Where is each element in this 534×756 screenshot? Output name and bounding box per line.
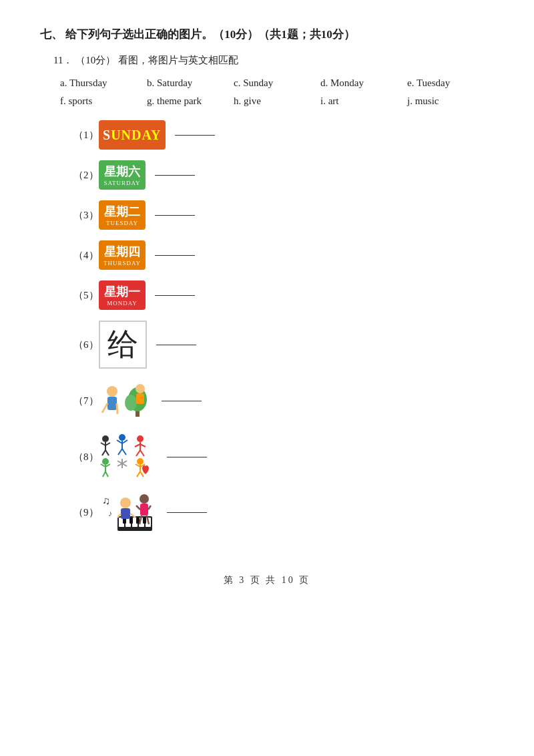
sunday-badge: SUNDAY <box>99 120 166 150</box>
svg-point-15 <box>119 434 125 441</box>
svg-line-2 <box>102 403 107 413</box>
svg-line-31 <box>103 471 105 477</box>
item-img-3: 星期二 TUESDAY <box>99 200 146 230</box>
tuesday-zh: 星期二 <box>104 204 140 220</box>
svg-point-27 <box>102 458 109 465</box>
svg-line-11 <box>101 443 105 445</box>
answer-row-1: （1） SUNDAY <box>73 120 494 150</box>
give-character: 给 <box>99 321 147 369</box>
svg-rect-52 <box>143 518 146 524</box>
tuesday-badge: 星期二 TUESDAY <box>99 200 146 230</box>
monday-zh: 星期一 <box>104 284 140 300</box>
svg-point-7 <box>136 384 145 393</box>
item-num-7: （7） <box>73 395 99 407</box>
svg-line-12 <box>105 443 110 445</box>
item-img-5: 星期一 MONDAY <box>99 280 146 310</box>
svg-point-0 <box>107 386 117 397</box>
art-scene-svg <box>99 379 152 423</box>
svg-line-32 <box>105 471 108 477</box>
svg-line-41 <box>140 471 144 477</box>
item-img-9: ♫ ♪ <box>99 491 158 534</box>
svg-line-26 <box>140 450 144 456</box>
answer-row-6: （6） 给 <box>73 321 494 369</box>
svg-rect-8 <box>136 393 144 404</box>
thursday-badge: 星期四 THURSDAY <box>99 240 146 270</box>
svg-rect-50 <box>129 518 133 524</box>
item-num-3: （3） <box>73 209 99 222</box>
saturday-zh: 星期六 <box>104 164 140 180</box>
thursday-en: THURSDAY <box>103 260 141 266</box>
svg-rect-1 <box>107 397 117 410</box>
question-text: 看图，将图片与英文相匹配 <box>118 55 238 65</box>
option-i: i. art <box>320 96 387 107</box>
option-a: a. Thursday <box>60 77 127 89</box>
answer-row-8: （8） <box>73 433 494 480</box>
svg-line-13 <box>102 450 105 455</box>
question-number: 11． <box>53 55 73 65</box>
option-g: g. theme park <box>147 96 214 107</box>
item-img-7 <box>99 379 152 423</box>
item-num-1: （1） <box>73 129 99 142</box>
monday-badge: 星期一 MONDAY <box>99 280 146 310</box>
sports-scene-svg <box>99 433 158 480</box>
svg-point-21 <box>137 435 144 442</box>
option-j: j. music <box>407 96 474 107</box>
saturday-en: SATURDAY <box>103 180 140 186</box>
answer-row-9: （9） <box>73 491 494 534</box>
svg-line-23 <box>135 444 140 447</box>
svg-line-24 <box>140 444 146 447</box>
answer-row-3: （3） 星期二 TUESDAY <box>73 200 494 230</box>
svg-point-6 <box>125 395 137 411</box>
svg-point-57 <box>140 494 149 504</box>
tuesday-en: TUESDAY <box>106 220 138 226</box>
svg-line-25 <box>136 450 140 456</box>
svg-line-3 <box>117 403 117 414</box>
monday-en: MONDAY <box>107 300 138 307</box>
answer-blank-6[interactable] <box>156 345 196 345</box>
section-title: 七、 给下列句子选出正确的图片。（10分）（共1题；共10分） <box>40 27 494 42</box>
answer-row-7: （7） <box>73 379 494 423</box>
options-row-2: f. sports g. theme park h. give i. art j… <box>60 96 494 107</box>
option-d: d. Monday <box>320 77 387 89</box>
item-img-6: 给 <box>99 321 147 369</box>
svg-point-9 <box>102 435 109 442</box>
answer-blank-7[interactable] <box>162 401 202 401</box>
svg-line-20 <box>122 449 126 455</box>
thursday-zh: 星期四 <box>104 244 140 260</box>
answer-blank-5[interactable] <box>155 295 195 296</box>
item-img-4: 星期四 THURSDAY <box>99 240 146 270</box>
svg-line-14 <box>105 450 109 455</box>
answer-blank-9[interactable] <box>167 512 207 513</box>
question-score: （10分） <box>75 55 115 65</box>
svg-line-59 <box>136 506 140 510</box>
answer-blank-3[interactable] <box>155 215 195 216</box>
answer-items: （1） SUNDAY （2） 星期六 SATURDAY （3） 星期二 TUES… <box>73 120 494 534</box>
item-num-2: （2） <box>73 169 99 182</box>
item-num-4: （4） <box>73 249 99 262</box>
svg-rect-58 <box>140 504 148 516</box>
options-row-1: a. Thursday b. Saturday c. Sunday d. Mon… <box>60 77 494 89</box>
option-e: e. Tuesday <box>407 77 474 89</box>
option-c: c. Sunday <box>234 77 300 89</box>
answer-row-5: （5） 星期一 MONDAY <box>73 280 494 310</box>
item-num-9: （9） <box>73 506 99 519</box>
item-num-8: （8） <box>73 451 99 463</box>
answer-blank-1[interactable] <box>175 135 215 136</box>
music-scene-svg: ♫ ♪ <box>99 491 158 534</box>
page-footer: 第 3 页 共 10 页 <box>40 574 494 586</box>
svg-text:♪: ♪ <box>108 509 112 518</box>
item-img-8 <box>99 433 158 480</box>
option-h: h. give <box>234 96 300 107</box>
answer-blank-4[interactable] <box>155 255 195 256</box>
svg-line-40 <box>137 471 140 477</box>
svg-line-60 <box>148 506 151 510</box>
svg-text:♫: ♫ <box>102 495 110 506</box>
svg-point-36 <box>137 458 144 465</box>
answer-blank-2[interactable] <box>155 175 195 176</box>
item-img-1: SUNDAY <box>99 120 166 150</box>
answer-row-4: （4） 星期四 THURSDAY <box>73 240 494 270</box>
question-title: 11． （10分） 看图，将图片与英文相匹配 <box>53 54 494 67</box>
answer-blank-8[interactable] <box>167 457 207 457</box>
option-f: f. sports <box>60 96 127 107</box>
item-num-5: （5） <box>73 289 99 302</box>
